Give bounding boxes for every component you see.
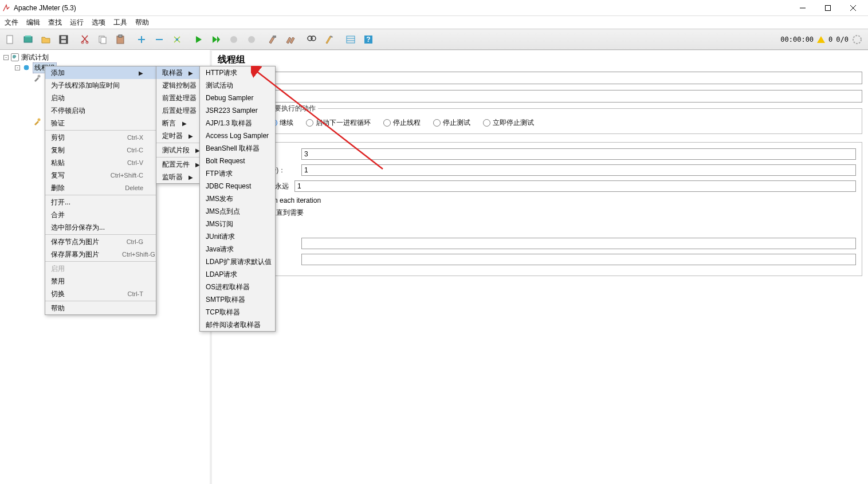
ctx-item[interactable]: 添加▶ (45, 66, 156, 79)
radio-stop-now[interactable]: 立即停止测试 (483, 118, 534, 128)
submenu-sampler[interactable]: HTTP请求测试活动Debug SamplerJSR223 SamplerAJP… (199, 66, 276, 332)
tree-toggle[interactable]: - (3, 55, 9, 60)
toggle-button[interactable] (169, 32, 185, 48)
stop-button[interactable] (226, 32, 242, 48)
ctx-item[interactable]: TCP取样器 (200, 306, 275, 318)
ctx-item[interactable]: 为子线程添加响应时间 (45, 79, 156, 92)
ctx-item[interactable]: 验证 (45, 117, 156, 129)
tree-testplan[interactable]: 测试计划 (21, 53, 49, 62)
ctx-item[interactable]: 打开... (45, 196, 156, 208)
ctx-item: 启用 (45, 262, 156, 275)
ctx-item[interactable]: FTP请求 (200, 167, 275, 180)
ctx-item[interactable]: 不停顿启动 (45, 104, 156, 117)
ctx-item[interactable]: JMS点到点 (200, 205, 275, 218)
search-button[interactable] (304, 32, 320, 48)
ramp-input[interactable] (301, 164, 856, 176)
menu-help[interactable]: 帮助 (135, 18, 149, 27)
menu-file[interactable]: 文件 (5, 18, 18, 27)
close-button[interactable] (840, 1, 866, 15)
comment-input[interactable] (246, 90, 862, 103)
tree-toggle[interactable]: - (15, 65, 20, 70)
ctx-item[interactable]: OS进程取样器 (200, 281, 275, 293)
ctx-item[interactable]: 选中部分保存为... (45, 221, 156, 234)
ctx-item[interactable]: 保存屏幕为图片Ctrl+Shift-G (45, 248, 156, 261)
copy-button[interactable] (95, 32, 111, 48)
maximize-button[interactable] (815, 1, 840, 15)
ctx-item[interactable]: 邮件阅读者取样器 (200, 318, 275, 331)
ctx-item[interactable]: HTTP请求 (200, 66, 275, 79)
menu-tools[interactable]: 工具 (113, 18, 127, 27)
ctx-item[interactable]: JMS订阅 (200, 218, 275, 230)
ctx-item[interactable]: 合并 (45, 208, 156, 221)
testplan-icon (11, 53, 19, 61)
ctx-item[interactable]: SMTP取样器 (200, 293, 275, 306)
templates-button[interactable] (20, 32, 36, 48)
paste-button[interactable] (112, 32, 128, 48)
ctx-item[interactable]: JDBC Request (200, 180, 275, 192)
ctx-item[interactable]: Access Log Sampler (200, 129, 275, 142)
ctx-item[interactable]: 复制Ctrl-C (45, 144, 156, 156)
minimize-button[interactable] (790, 1, 815, 15)
radio-stop-test[interactable]: 停止测试 (433, 118, 470, 128)
clear-button[interactable] (265, 32, 281, 48)
svg-rect-6 (25, 36, 31, 37)
menu-options[interactable]: 选项 (92, 18, 105, 27)
shutdown-button[interactable] (243, 32, 260, 48)
ctx-item[interactable]: Bolt Request (200, 155, 275, 167)
ctx-item[interactable]: 取样器▶ (156, 66, 199, 79)
ctx-item[interactable]: JSR223 Sampler (200, 104, 275, 117)
ctx-item[interactable]: JMS发布 (200, 192, 275, 205)
name-input[interactable] (246, 72, 862, 84)
ctx-item[interactable]: 切换Ctrl-T (45, 288, 156, 300)
ctx-item[interactable]: 测试活动 (200, 79, 275, 92)
submenu-add[interactable]: 取样器▶逻辑控制器▶前置处理器▶后置处理器▶断言▶定时器▶测试片段▶配置元件▶监… (156, 66, 200, 184)
ctx-item[interactable]: 删除Delete (45, 182, 156, 194)
save-button[interactable] (56, 32, 72, 48)
function-helper-button[interactable] (343, 32, 359, 48)
menu-search[interactable]: 查找 (48, 18, 62, 27)
ctx-item[interactable]: 前置处理器▶ (156, 92, 199, 104)
ctx-item[interactable]: 配置元件▶ (156, 158, 199, 171)
duration-input[interactable] (301, 238, 856, 249)
start-no-pause-button[interactable] (208, 32, 224, 48)
radio-stop-thread[interactable]: 停止线程 (383, 118, 421, 128)
ctx-item[interactable]: LDAP请求 (200, 268, 275, 281)
collapse-button[interactable] (151, 32, 167, 48)
ctx-item[interactable]: JUnit请求 (200, 230, 275, 243)
ctx-item[interactable]: 粘贴Ctrl-V (45, 156, 156, 169)
ctx-item[interactable]: 剪切Ctrl-X (45, 131, 156, 144)
menu-run[interactable]: 运行 (70, 18, 84, 27)
open-button[interactable] (38, 32, 54, 48)
startup-delay-input[interactable] (301, 254, 856, 265)
ctx-item[interactable]: 复写Ctrl+Shift-C (45, 169, 156, 182)
ctx-item[interactable]: 禁用 (45, 275, 156, 288)
ctx-item[interactable]: 定时器▶ (156, 129, 199, 142)
svg-rect-5 (24, 37, 32, 42)
ctx-item[interactable]: 逻辑控制器▶ (156, 79, 199, 92)
threads-input[interactable] (301, 148, 856, 160)
new-button[interactable] (2, 32, 18, 48)
ctx-item[interactable]: Java请求 (200, 243, 275, 255)
reset-search-button[interactable] (321, 32, 337, 48)
ctx-item[interactable]: Debug Sampler (200, 92, 275, 104)
start-button[interactable] (190, 32, 206, 48)
ctx-item[interactable]: 帮助 (45, 302, 156, 314)
ctx-item[interactable]: 断言▶ (156, 117, 199, 129)
ctx-item[interactable]: 后置处理器▶ (156, 104, 199, 117)
server-status-icon (852, 34, 862, 45)
clear-all-button[interactable] (282, 32, 299, 48)
menu-edit[interactable]: 编辑 (26, 18, 40, 27)
ctx-item[interactable]: 监听器▶ (156, 171, 199, 183)
context-menu[interactable]: 添加▶为子线程添加响应时间启动不停顿启动验证剪切Ctrl-X复制Ctrl-C粘贴… (45, 66, 156, 315)
cut-button[interactable] (77, 32, 93, 48)
loop-input[interactable] (294, 180, 856, 192)
ctx-item[interactable]: 启动 (45, 92, 156, 104)
ctx-item[interactable]: LDAP扩展请求默认值 (200, 255, 275, 268)
ctx-item[interactable]: 测试片段▶ (156, 144, 199, 156)
radio-next-loop[interactable]: 启动下一进程循环 (306, 118, 371, 128)
ctx-item[interactable]: BeanShell 取样器 (200, 142, 275, 155)
expand-button[interactable] (133, 32, 150, 48)
ctx-item[interactable]: AJP/1.3 取样器 (200, 117, 275, 129)
ctx-item[interactable]: 保存节点为图片Ctrl-G (45, 235, 156, 248)
help-button[interactable]: ? (360, 32, 376, 48)
